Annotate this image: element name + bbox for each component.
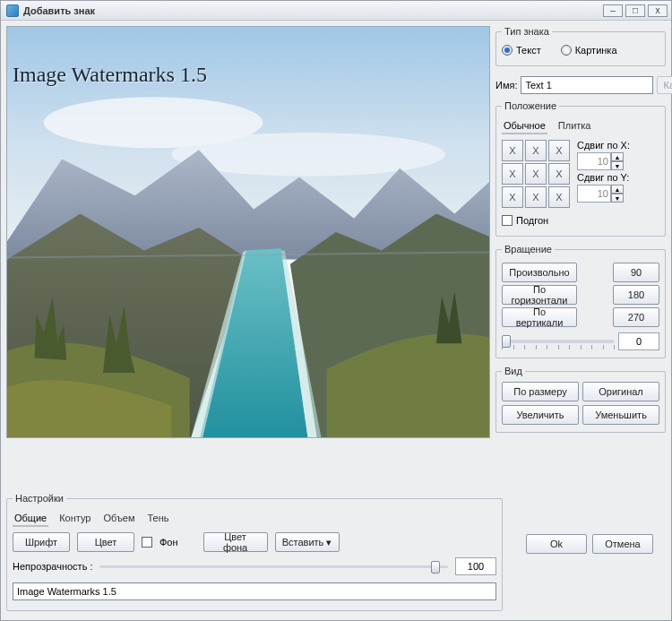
type-legend: Тип знака [502, 26, 552, 37]
window-title: Добавить знак [23, 5, 600, 16]
pos-bl[interactable]: X [502, 186, 523, 208]
offset-y-up[interactable]: ▲ [611, 185, 624, 194]
rotation-group: Вращение Произвольно 90 По горизонтали 1… [495, 244, 666, 358]
settings-tab-general[interactable]: Общие [13, 511, 48, 527]
opacity-slider-thumb[interactable] [431, 561, 440, 574]
watermark-text-input[interactable] [13, 582, 496, 600]
position-legend: Положение [502, 100, 559, 111]
rotation-horizontal-button[interactable]: По горизонтали [502, 285, 577, 305]
dialog-actions: Ok Отмена [513, 493, 666, 554]
pos-br[interactable]: X [548, 186, 570, 208]
rotation-value: 0 [618, 332, 659, 350]
position-grid: X X X X X X X X X [502, 140, 570, 208]
offset-x-down[interactable]: ▼ [611, 161, 624, 170]
view-fit-button[interactable]: По размеру [502, 382, 579, 401]
settings-tab-shadow[interactable]: Тень [145, 511, 170, 527]
view-zoomin-button[interactable]: Увеличить [502, 405, 579, 425]
settings-tab-volume[interactable]: Объем [101, 511, 136, 527]
type-picture-radio[interactable] [561, 45, 572, 56]
offset-x-up[interactable]: ▲ [611, 152, 624, 161]
maximize-button[interactable]: □ [625, 4, 645, 17]
pos-ml[interactable]: X [502, 163, 523, 185]
minimize-button[interactable]: – [603, 4, 623, 17]
settings-tab-contour[interactable]: Контур [57, 511, 92, 527]
rotation-arbitrary-button[interactable]: Произвольно [502, 263, 577, 282]
picture-button[interactable]: Картинка [657, 76, 672, 94]
view-group: Вид По размеру Оригинал Увеличить Уменьш… [495, 366, 666, 433]
position-group: Положение Обычное Плитка X X X X X X X X [495, 100, 666, 237]
watermark-overlay: Image Watermarks 1.5 [13, 63, 207, 87]
font-button[interactable]: Шрифт [13, 532, 70, 552]
cancel-button[interactable]: Отмена [592, 534, 653, 554]
pos-mc[interactable]: X [525, 163, 547, 185]
image-preview: Image Watermarks 1.5 [6, 26, 490, 438]
app-icon [6, 4, 19, 17]
pos-tc[interactable]: X [525, 140, 547, 161]
offset-y-down[interactable]: ▼ [611, 194, 624, 203]
color-button[interactable]: Цвет [77, 532, 134, 552]
add-watermark-window: Добавить знак – □ x [0, 0, 672, 621]
type-text-radio[interactable] [502, 45, 513, 56]
type-picture-label: Картинка [575, 45, 617, 56]
close-button[interactable]: x [648, 4, 668, 17]
rotation-180-button[interactable]: 180 [613, 285, 659, 305]
pos-tr[interactable]: X [548, 140, 570, 161]
pos-mr[interactable]: X [548, 163, 570, 185]
view-zoomout-button[interactable]: Уменьшить [582, 405, 659, 425]
name-input[interactable] [521, 76, 653, 94]
name-label: Имя: [495, 80, 517, 91]
rotation-90-button[interactable]: 90 [613, 263, 659, 282]
settings-group: Настройки Общие Контур Объем Тень Шрифт … [6, 493, 503, 611]
rotation-vertical-button[interactable]: По вертикали [502, 307, 577, 327]
settings-legend: Настройки [13, 493, 66, 504]
titlebar: Добавить знак – □ x [1, 1, 671, 21]
bg-checkbox[interactable] [142, 537, 152, 548]
bg-label: Фон [159, 537, 178, 548]
view-original-button[interactable]: Оригинал [582, 382, 659, 401]
rotation-270-button[interactable]: 270 [613, 307, 659, 327]
offset-x-label: Сдвиг по X: [577, 140, 630, 151]
bg-color-button[interactable]: Цвет фона [203, 532, 268, 552]
opacity-value: 100 [455, 557, 496, 575]
pos-bc[interactable]: X [525, 186, 547, 208]
position-tab-tile[interactable]: Плитка [556, 118, 593, 134]
offset-y-input[interactable] [577, 185, 611, 203]
view-legend: Вид [502, 366, 525, 376]
fit-label: Подгон [516, 215, 548, 226]
opacity-label: Непрозрачность : [13, 561, 92, 572]
insert-button[interactable]: Вставить ▾ [275, 532, 340, 552]
opacity-slider[interactable] [99, 565, 448, 568]
offset-x-input[interactable] [577, 152, 611, 170]
ok-button[interactable]: Ok [526, 534, 587, 554]
preview-scene [7, 27, 489, 437]
chevron-down-icon: ▾ [326, 537, 332, 548]
position-tab-normal[interactable]: Обычное [502, 118, 547, 134]
pos-tl[interactable]: X [502, 140, 523, 161]
type-group: Тип знака Текст Картинка [495, 26, 666, 66]
offset-y-label: Сдвиг по Y: [577, 172, 630, 183]
rotation-slider[interactable] [502, 340, 615, 343]
rotation-legend: Вращение [502, 244, 555, 254]
name-row: Имя: Картинка [495, 76, 666, 94]
type-text-label: Текст [516, 45, 541, 56]
fit-checkbox[interactable] [502, 215, 513, 226]
